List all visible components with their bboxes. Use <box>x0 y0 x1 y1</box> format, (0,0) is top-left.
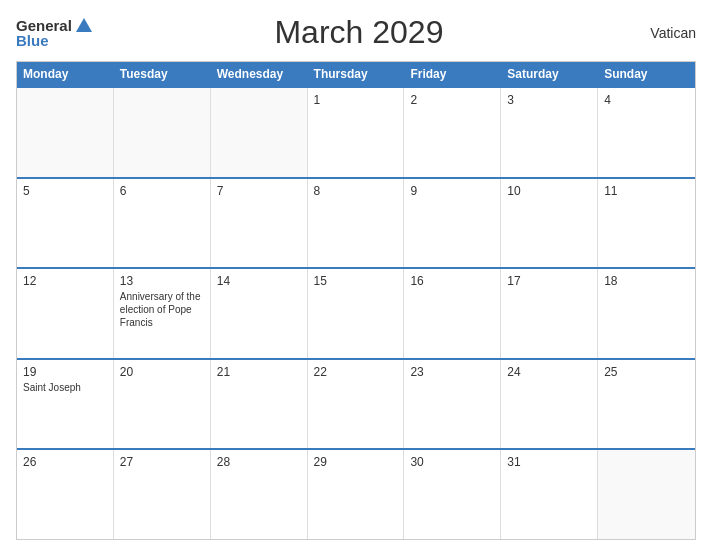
header-day-friday: Friday <box>404 62 501 86</box>
logo-general-text: General <box>16 18 72 33</box>
day-number: 3 <box>507 93 591 107</box>
country-label: Vatican <box>626 25 696 41</box>
cal-cell: 16 <box>404 269 501 358</box>
cal-cell: 4 <box>598 88 695 177</box>
day-number: 12 <box>23 274 107 288</box>
day-number: 16 <box>410 274 494 288</box>
day-number: 6 <box>120 184 204 198</box>
cal-cell <box>114 88 211 177</box>
day-number: 18 <box>604 274 689 288</box>
cal-cell: 24 <box>501 360 598 449</box>
cal-cell: 1 <box>308 88 405 177</box>
day-number: 11 <box>604 184 689 198</box>
day-number: 9 <box>410 184 494 198</box>
day-number: 28 <box>217 455 301 469</box>
cal-cell: 14 <box>211 269 308 358</box>
cal-cell: 31 <box>501 450 598 539</box>
cal-cell: 26 <box>17 450 114 539</box>
day-number: 5 <box>23 184 107 198</box>
month-title: March 2029 <box>92 14 626 51</box>
header-day-thursday: Thursday <box>308 62 405 86</box>
day-number: 24 <box>507 365 591 379</box>
week-row-3: 19Saint Joseph202122232425 <box>17 358 695 449</box>
cal-cell: 22 <box>308 360 405 449</box>
cal-cell: 30 <box>404 450 501 539</box>
cal-cell: 2 <box>404 88 501 177</box>
cal-cell <box>17 88 114 177</box>
cal-cell: 3 <box>501 88 598 177</box>
cal-cell: 12 <box>17 269 114 358</box>
day-number: 17 <box>507 274 591 288</box>
day-number: 20 <box>120 365 204 379</box>
cal-cell: 28 <box>211 450 308 539</box>
cal-cell: 18 <box>598 269 695 358</box>
day-number: 15 <box>314 274 398 288</box>
day-number: 19 <box>23 365 107 379</box>
calendar-header: MondayTuesdayWednesdayThursdayFridaySatu… <box>17 62 695 86</box>
header-day-tuesday: Tuesday <box>114 62 211 86</box>
day-number: 27 <box>120 455 204 469</box>
cal-cell: 17 <box>501 269 598 358</box>
cal-cell <box>211 88 308 177</box>
week-row-2: 1213Anniversary of the election of Pope … <box>17 267 695 358</box>
logo-blue-text: Blue <box>16 33 49 48</box>
cal-cell: 20 <box>114 360 211 449</box>
logo: General Blue <box>16 18 92 48</box>
day-number: 4 <box>604 93 689 107</box>
cal-cell: 27 <box>114 450 211 539</box>
day-number: 1 <box>314 93 398 107</box>
cal-cell: 19Saint Joseph <box>17 360 114 449</box>
day-number: 13 <box>120 274 204 288</box>
page: General Blue March 2029 Vatican MondayTu… <box>0 0 712 550</box>
cal-cell: 23 <box>404 360 501 449</box>
header: General Blue March 2029 Vatican <box>16 14 696 51</box>
day-number: 29 <box>314 455 398 469</box>
calendar: MondayTuesdayWednesdayThursdayFridaySatu… <box>16 61 696 540</box>
header-day-wednesday: Wednesday <box>211 62 308 86</box>
day-number: 21 <box>217 365 301 379</box>
day-number: 30 <box>410 455 494 469</box>
cal-cell <box>598 450 695 539</box>
day-number: 22 <box>314 365 398 379</box>
day-number: 25 <box>604 365 689 379</box>
day-number: 31 <box>507 455 591 469</box>
day-number: 23 <box>410 365 494 379</box>
event-text: Anniversary of the election of Pope Fran… <box>120 290 204 329</box>
calendar-body: 12345678910111213Anniversary of the elec… <box>17 86 695 539</box>
day-number: 7 <box>217 184 301 198</box>
header-day-monday: Monday <box>17 62 114 86</box>
cal-cell: 15 <box>308 269 405 358</box>
logo-triangle-icon <box>76 18 92 32</box>
day-number: 8 <box>314 184 398 198</box>
cal-cell: 5 <box>17 179 114 268</box>
day-number: 14 <box>217 274 301 288</box>
cal-cell: 7 <box>211 179 308 268</box>
day-number: 10 <box>507 184 591 198</box>
cal-cell: 25 <box>598 360 695 449</box>
week-row-0: 1234 <box>17 86 695 177</box>
event-text: Saint Joseph <box>23 381 107 394</box>
header-day-sunday: Sunday <box>598 62 695 86</box>
cal-cell: 9 <box>404 179 501 268</box>
day-number: 26 <box>23 455 107 469</box>
week-row-4: 262728293031 <box>17 448 695 539</box>
week-row-1: 567891011 <box>17 177 695 268</box>
header-day-saturday: Saturday <box>501 62 598 86</box>
cal-cell: 13Anniversary of the election of Pope Fr… <box>114 269 211 358</box>
cal-cell: 11 <box>598 179 695 268</box>
day-number: 2 <box>410 93 494 107</box>
cal-cell: 10 <box>501 179 598 268</box>
cal-cell: 8 <box>308 179 405 268</box>
cal-cell: 21 <box>211 360 308 449</box>
cal-cell: 29 <box>308 450 405 539</box>
cal-cell: 6 <box>114 179 211 268</box>
